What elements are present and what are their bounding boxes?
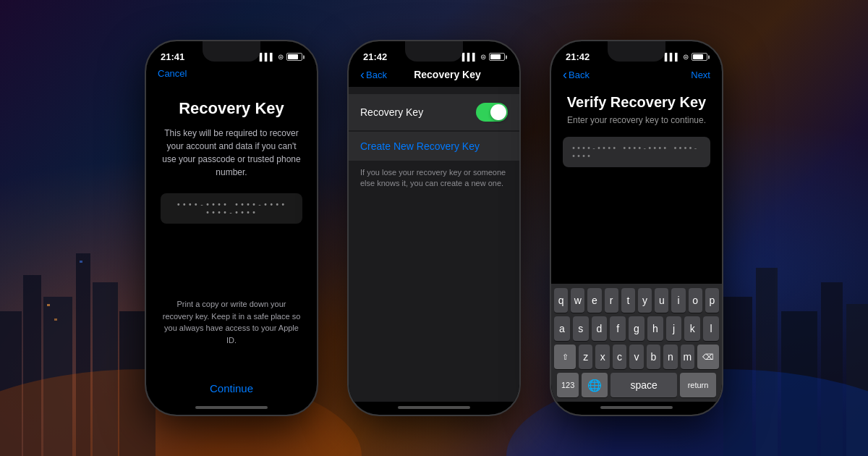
phone-1-nav-bar: Cancel: [146, 65, 317, 85]
key-j[interactable]: j: [666, 316, 682, 341]
phone-2-time: 21:42: [363, 51, 387, 62]
phone-3-main: Verify Recovery Key Enter your recovery …: [551, 87, 722, 284]
phone-1-time: 21:41: [161, 51, 184, 62]
phone-2-back-button[interactable]: Back: [360, 68, 387, 81]
key-e[interactable]: e: [587, 288, 601, 313]
keyboard-row-4: 123 🌐 space return: [554, 373, 719, 397]
phone-1-signal: ▌▌▌: [260, 53, 275, 61]
key-f[interactable]: f: [610, 316, 626, 341]
phone-3: 21:42 ▌▌▌ ⊜ Back Next Verify Recovery K: [550, 40, 723, 416]
phone-1: 21:41 ▌▌▌ ⊜ Cancel Recovery Key This: [145, 40, 318, 416]
key-g[interactable]: g: [629, 316, 644, 341]
phone-2-toggle-knob: [490, 104, 506, 120]
phone-1-main: Recovery Key This key will be required t…: [146, 85, 317, 375]
key-m[interactable]: m: [681, 345, 694, 369]
key-123[interactable]: 123: [557, 373, 579, 397]
phone-2-home-indicator: [398, 406, 470, 409]
phone-1-wifi-icon: ⊜: [278, 53, 284, 61]
phone-1-recovery-key-text: ••••-•••• ••••-•••• ••••-••••: [171, 200, 292, 216]
phone-2-status-bar: 21:42 ▌▌▌ ⊜: [349, 41, 519, 65]
keyboard-row-3: ⇧ z x c v b n m ⌫: [554, 345, 719, 369]
phone-3-signal: ▌▌▌: [665, 53, 680, 61]
key-s[interactable]: s: [573, 316, 589, 341]
key-h[interactable]: h: [647, 316, 663, 341]
phone-3-key-input[interactable]: ••••-•••• ••••-•••• ••••-••••: [563, 137, 710, 167]
phone-1-recovery-key-display: ••••-•••• ••••-•••• ••••-••••: [161, 193, 302, 224]
phone-2-content: Recovery Key Create New Recovery Key If …: [349, 87, 519, 402]
key-emoji[interactable]: 🌐: [582, 373, 608, 397]
phone-2-toggle-label: Recovery Key: [360, 106, 423, 118]
phones-container: 21:41 ▌▌▌ ⊜ Cancel Recovery Key This: [0, 0, 868, 456]
key-r[interactable]: r: [605, 288, 618, 313]
key-y[interactable]: y: [638, 288, 652, 313]
phone-2-hint: If you lose your recovery key or someone…: [349, 161, 519, 195]
phone-2-nav-title: Recovery Key: [414, 69, 481, 80]
phone-3-title: Verify Recovery Key: [567, 94, 706, 111]
phone-2-wifi-icon: ⊜: [480, 53, 486, 61]
key-q[interactable]: q: [554, 288, 568, 313]
key-v[interactable]: v: [629, 345, 643, 369]
key-u[interactable]: u: [655, 288, 668, 313]
key-p[interactable]: p: [705, 288, 719, 313]
keyboard-row-2: a s d f g h j k l: [554, 316, 719, 341]
key-t[interactable]: t: [621, 288, 635, 313]
key-b[interactable]: b: [647, 345, 660, 369]
phone-2-screen: 21:42 ▌▌▌ ⊜ Back Recovery Key: [349, 41, 519, 415]
phone-3-keyboard: q w e r t y u i o p a s d f g h: [551, 284, 722, 402]
key-i[interactable]: i: [671, 288, 685, 313]
phone-1-cancel-button[interactable]: Cancel: [158, 68, 187, 79]
key-return[interactable]: return: [680, 373, 716, 397]
key-z[interactable]: z: [579, 345, 592, 369]
phone-1-continue-button[interactable]: Continue: [146, 375, 317, 402]
phone-2-create-key-button[interactable]: Create New Recovery Key: [349, 132, 519, 161]
phone-2-recovery-key-row: Recovery Key: [349, 94, 519, 130]
phone-3-battery-fill: [693, 54, 703, 59]
phone-3-next-button[interactable]: Next: [691, 69, 710, 80]
phone-2-toggle[interactable]: [476, 103, 508, 122]
phone-2-status-icons: ▌▌▌ ⊜: [462, 53, 505, 61]
key-a[interactable]: a: [554, 316, 570, 341]
phone-1-note: Print a copy or write down your recovery…: [161, 298, 302, 346]
phone-3-description: Enter your recovery key to continue.: [567, 115, 706, 125]
phone-3-home-indicator: [600, 406, 673, 409]
key-k[interactable]: k: [684, 316, 700, 341]
phone-1-content: Recovery Key This key will be required t…: [146, 85, 317, 375]
phone-1-status-bar: 21:41 ▌▌▌ ⊜: [146, 41, 317, 65]
phone-3-screen: 21:42 ▌▌▌ ⊜ Back Next Verify Recovery K: [551, 41, 722, 415]
phone-1-home-indicator: [195, 406, 268, 409]
phone-3-back-button[interactable]: Back: [563, 68, 590, 81]
phone-1-battery-icon: [286, 53, 302, 61]
key-l[interactable]: l: [703, 316, 719, 341]
phone-3-time: 21:42: [566, 51, 590, 62]
keyboard-row-1: q w e r t y u i o p: [554, 288, 719, 313]
phone-2-battery-icon: [489, 53, 505, 61]
phone-3-wifi-icon: ⊜: [683, 53, 689, 61]
phone-1-status-icons: ▌▌▌ ⊜: [260, 53, 302, 61]
phone-3-status-bar: 21:42 ▌▌▌ ⊜: [551, 41, 722, 65]
phone-1-battery-fill: [288, 54, 298, 59]
phone-3-key-text: ••••-•••• ••••-•••• ••••-••••: [571, 144, 702, 160]
phone-2: 21:42 ▌▌▌ ⊜ Back Recovery Key: [347, 40, 521, 416]
phone-2-battery-fill: [490, 54, 501, 59]
key-space[interactable]: space: [610, 373, 677, 397]
key-delete[interactable]: ⌫: [697, 345, 719, 369]
key-d[interactable]: d: [592, 316, 608, 341]
key-o[interactable]: o: [689, 288, 702, 313]
phone-1-title: Recovery Key: [179, 99, 284, 118]
phone-3-status-icons: ▌▌▌ ⊜: [665, 53, 707, 61]
key-n[interactable]: n: [663, 345, 677, 369]
phone-1-screen: 21:41 ▌▌▌ ⊜ Cancel Recovery Key This: [146, 41, 317, 415]
phone-1-description: This key will be required to recover you…: [161, 127, 302, 179]
key-w[interactable]: w: [571, 288, 584, 313]
key-c[interactable]: c: [613, 345, 626, 369]
phone-2-nav-bar: Back Recovery Key: [349, 65, 519, 87]
phone-3-battery-icon: [692, 53, 707, 61]
phone-3-nav-bar: Back Next: [551, 65, 722, 87]
phone-3-content: Verify Recovery Key Enter your recovery …: [551, 87, 722, 284]
phone-2-signal: ▌▌▌: [462, 53, 477, 61]
key-shift[interactable]: ⇧: [554, 345, 576, 369]
key-x[interactable]: x: [595, 345, 609, 369]
